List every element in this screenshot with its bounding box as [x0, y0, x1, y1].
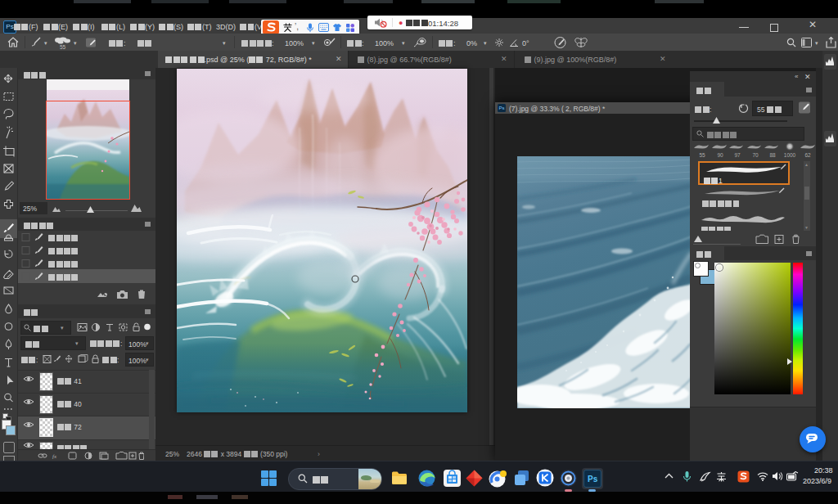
svg-text:55: 55 [699, 152, 705, 158]
svg-text:88: 88 [769, 152, 776, 158]
svg-text:70: 70 [752, 152, 759, 158]
svg-text:90: 90 [717, 152, 723, 158]
svg-text:97: 97 [734, 152, 741, 158]
svg-text:1000: 1000 [784, 152, 796, 158]
svg-text:62: 62 [804, 152, 811, 158]
svg-text:fx: fx [52, 453, 57, 460]
